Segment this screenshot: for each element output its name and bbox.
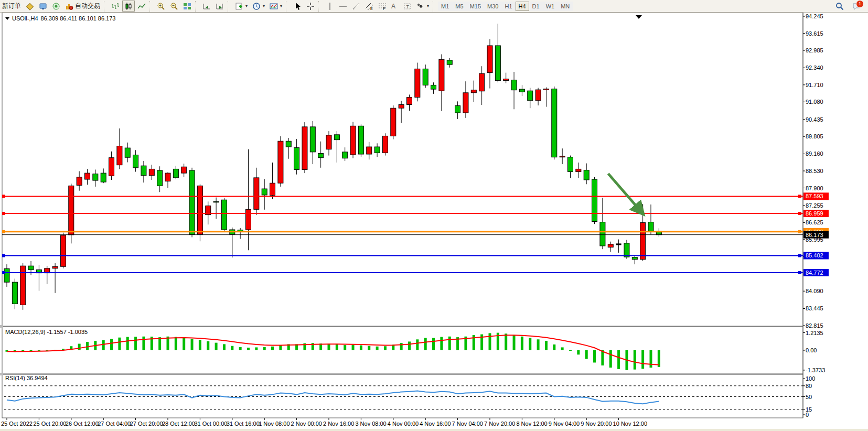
line-handle[interactable] xyxy=(798,271,801,274)
price-tag-label: 84.772 xyxy=(806,270,823,276)
mt4-application: 新订单 自动交易 xyxy=(0,0,868,431)
symbol-dropdown-icon[interactable] xyxy=(5,17,9,20)
trendline-tool-button[interactable] xyxy=(350,1,362,12)
timeframe-d1[interactable]: D1 xyxy=(529,2,543,11)
gold-tag-button[interactable] xyxy=(24,1,36,12)
line-handle[interactable] xyxy=(2,230,5,233)
timeframe-m15[interactable]: M15 xyxy=(467,2,484,11)
monitor-user-icon xyxy=(39,2,47,10)
panel-splitter[interactable] xyxy=(0,325,3,328)
macd-histogram-bar xyxy=(199,340,201,350)
macd-histogram-bar xyxy=(142,337,145,350)
timeframe-m5[interactable]: M5 xyxy=(452,2,466,11)
candle xyxy=(246,209,251,230)
radar-icon xyxy=(52,2,60,10)
timeframe-m1[interactable]: M1 xyxy=(438,2,452,11)
rsi-axis-label: 80 xyxy=(806,383,812,389)
bar-chart-type-button[interactable] xyxy=(109,1,122,12)
text-tool-button[interactable]: A xyxy=(389,1,401,12)
time-axis-label: 4 Nov 00:00 xyxy=(388,421,419,427)
fibonacci-tool-button[interactable]: F xyxy=(376,1,389,12)
candle xyxy=(528,91,533,101)
chart-shift-button[interactable] xyxy=(213,1,226,12)
panel-splitter[interactable] xyxy=(0,373,3,375)
autotrade-button[interactable]: 自动交易 xyxy=(63,1,102,12)
tile-windows-button[interactable] xyxy=(181,1,194,12)
zoom-in-button[interactable] xyxy=(155,1,167,12)
time-axis-label: 31 Oct 16:00 xyxy=(227,421,260,427)
chart-title: USOil-,H4 86.309 86.411 86.101 86.173 xyxy=(5,15,115,21)
candle xyxy=(382,136,388,153)
rsi-axis-label: 100 xyxy=(806,375,815,382)
macd-histogram-bar xyxy=(78,344,81,350)
candle xyxy=(69,186,74,234)
candle xyxy=(592,179,597,222)
price-axis-label: 92.340 xyxy=(806,64,823,71)
market-watch-button[interactable] xyxy=(37,1,49,12)
chart-forward-button[interactable] xyxy=(200,1,213,12)
time-axis-label: 7 Nov 04:00 xyxy=(452,421,483,427)
indicators-button[interactable]: ▾ xyxy=(233,1,250,12)
macd-histogram-bar xyxy=(593,350,596,362)
macd-histogram-bar xyxy=(400,343,403,350)
price-tag-label: 85.402 xyxy=(806,252,823,258)
time-axis-label: 31 Oct 00:00 xyxy=(194,421,227,427)
candle xyxy=(85,173,90,179)
macd-histogram-bar xyxy=(86,342,89,350)
timeframe-m30[interactable]: M30 xyxy=(484,2,501,11)
vertical-line-tool-button[interactable] xyxy=(324,1,336,12)
search-button[interactable] xyxy=(833,1,846,12)
candle xyxy=(439,59,444,91)
horizontal-line-tool-button[interactable] xyxy=(337,1,349,12)
clock-icon xyxy=(252,2,261,10)
dropdown-caret-icon: ▾ xyxy=(245,4,248,8)
chart-ohlc-readout: 86.309 86.411 86.101 86.173 xyxy=(41,15,116,21)
line-handle[interactable] xyxy=(2,212,5,215)
candlestick-chart-type-button[interactable] xyxy=(122,1,135,12)
candle xyxy=(28,266,34,270)
line-handle[interactable] xyxy=(798,254,801,257)
price-axis-label: 91.080 xyxy=(806,99,823,105)
candle xyxy=(568,157,573,172)
macd-histogram-bar xyxy=(521,337,523,350)
periods-button[interactable]: ▾ xyxy=(250,1,267,12)
equidistant-channel-tool-button[interactable]: E xyxy=(363,1,376,12)
cursor-icon xyxy=(293,2,302,10)
time-axis-label: 9 Nov 20:00 xyxy=(581,421,612,427)
line-handle[interactable] xyxy=(798,230,801,233)
line-handle[interactable] xyxy=(2,271,5,274)
price-chart-canvas[interactable]: 94.24593.61592.98592.34091.71091.08090.4… xyxy=(0,13,868,429)
line-handle[interactable] xyxy=(2,254,5,257)
crosshair-tool-button[interactable] xyxy=(304,1,317,12)
timeframe-mn[interactable]: MN xyxy=(558,2,573,11)
price-axis-label: 94.245 xyxy=(806,13,823,19)
horizontal-line-icon xyxy=(339,2,347,10)
price-tag-label: 87.593 xyxy=(806,193,823,199)
line-handle[interactable] xyxy=(798,212,801,215)
timeframe-h4[interactable]: H4 xyxy=(516,2,529,11)
candle xyxy=(117,146,122,165)
price-axis-label: 87.900 xyxy=(806,185,823,191)
price-axis-label: 90.435 xyxy=(806,116,823,123)
arrows-tool-button[interactable]: ▾ xyxy=(414,1,431,12)
line-chart-type-button[interactable] xyxy=(135,1,148,12)
chat-bubble-icon: 1 xyxy=(852,2,861,10)
macd-histogram-bar xyxy=(561,347,564,350)
signals-button[interactable] xyxy=(50,1,62,12)
candle xyxy=(608,244,613,247)
new-order-button[interactable]: 新订单 xyxy=(0,1,23,12)
cursor-tool-button[interactable] xyxy=(291,1,304,12)
candle xyxy=(455,106,460,113)
timeframe-h1[interactable]: H1 xyxy=(501,2,515,11)
line-handle[interactable] xyxy=(2,195,5,198)
notifications-button[interactable]: 1 xyxy=(850,1,863,12)
line-handle[interactable] xyxy=(798,195,801,198)
templates-button[interactable]: ▾ xyxy=(267,1,284,12)
macd-indicator-label: MACD(12,26,9) -1.1557 -1.0035 xyxy=(5,329,88,335)
zoom-out-button[interactable] xyxy=(168,1,180,12)
rsi-indicator-label: RSI(14) 36.9494 xyxy=(5,375,48,381)
timeframe-w1[interactable]: W1 xyxy=(543,2,558,11)
candle xyxy=(101,173,106,182)
text-label-tool-button[interactable]: T xyxy=(401,1,414,12)
time-axis-label: 10 Nov 12:00 xyxy=(613,421,647,427)
